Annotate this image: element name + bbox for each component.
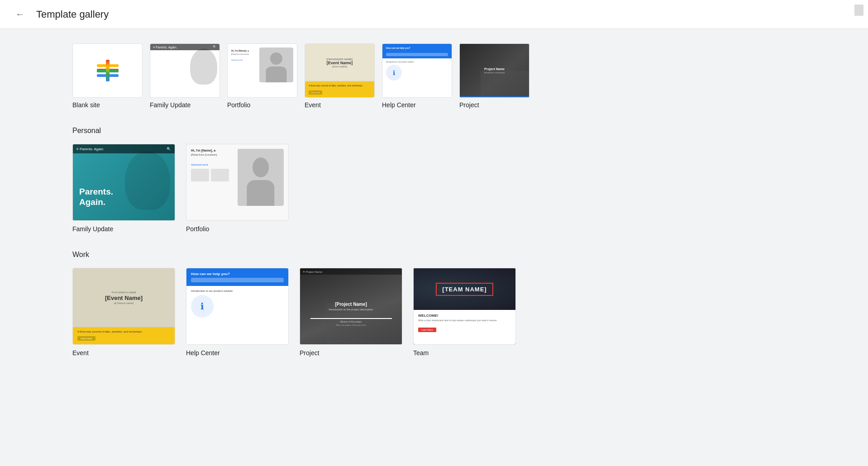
thumbnail-help-lg: How can we help you? Introduction to our… xyxy=(186,268,289,345)
thumbnail-portfolio-sm: Hi, I'm [Name], a [Role] from [Location]… xyxy=(227,43,297,98)
template-card-help-lg[interactable]: How can we help you? Introduction to our… xyxy=(186,268,289,357)
thumbnail-project-lg: ✦ Project Name [Project Name] Introducti… xyxy=(300,268,402,345)
header: ← Template gallery xyxy=(0,0,868,29)
template-card-family-lg[interactable]: ≡ Parents. Again. 🔍 Parents. Again. Fami… xyxy=(72,144,175,233)
section-title-personal: Personal xyxy=(72,127,796,135)
section-personal: Personal ≡ Parents. Again. 🔍 Parents. Ag… xyxy=(72,127,796,233)
card-label-event-sm: Event xyxy=(305,101,375,109)
thumbnail-event-lg: From [date] to [date] [Event Name] at [V… xyxy=(72,268,175,345)
main-content: Blank site ≡ Parents. Again. 🔍 Parents. … xyxy=(0,29,868,389)
card-label-event-lg: Event xyxy=(72,349,175,357)
section-work: Work From [date] to [date] [Event Name] … xyxy=(72,251,796,357)
card-label-team-lg: Team xyxy=(413,349,516,357)
template-card-help-sm[interactable]: How can we help you? Introduction to our… xyxy=(382,43,452,109)
card-label-family-sm: Family Update xyxy=(150,101,220,109)
template-card-event-sm[interactable]: [ORGANIZER NAME] [Event Name] [Event sub… xyxy=(305,43,375,109)
thumbnail-blank xyxy=(72,43,143,98)
card-label-portfolio-lg: Portfolio xyxy=(186,225,289,233)
thumbnail-help-sm: How can we help you? Introduction to our… xyxy=(382,43,452,98)
template-card-project-sm[interactable]: Project Name Introduction to the project… xyxy=(459,43,529,109)
thumbnail-event-sm: [ORGANIZER NAME] [Event Name] [Event sub… xyxy=(305,43,375,98)
template-card-event-lg[interactable]: From [date] to [date] [Event Name] at [V… xyxy=(72,268,175,357)
thumbnail-project-sm: Project Name Introduction to the project xyxy=(459,43,529,98)
plus-icon xyxy=(97,60,119,81)
thumbnail-portfolio-lg: Hi, I'm [Name], a [Role] from [Location]… xyxy=(186,144,289,221)
card-label-project-lg: Project xyxy=(300,349,402,357)
card-label-blank: Blank site xyxy=(72,101,143,109)
card-label-help-sm: Help Center xyxy=(382,101,452,109)
template-card-team-lg[interactable]: [TEAM NAME] WELCOME! Write a short intro… xyxy=(413,268,516,357)
family-hero-sm: Parents. Again. xyxy=(155,74,178,88)
family-nav: ≡ Parents. Again. 🔍 xyxy=(150,44,219,50)
thumbnail-family-sm: ≡ Parents. Again. 🔍 Parents. Again. xyxy=(150,43,220,98)
section-title-work: Work xyxy=(72,251,796,259)
back-button[interactable]: ← xyxy=(11,5,29,24)
card-label-help-lg: Help Center xyxy=(186,349,289,357)
thumbnail-family-lg: ≡ Parents. Again. 🔍 Parents. Again. xyxy=(72,144,175,221)
personal-cards-row: ≡ Parents. Again. 🔍 Parents. Again. Fami… xyxy=(72,144,796,233)
featured-row: Blank site ≡ Parents. Again. 🔍 Parents. … xyxy=(72,43,796,109)
template-card-blank[interactable]: Blank site xyxy=(72,43,143,109)
page-title: Template gallery xyxy=(36,9,109,20)
card-label-project-sm: Project xyxy=(459,101,529,109)
card-label-portfolio-sm: Portfolio xyxy=(227,101,297,109)
template-card-portfolio-sm[interactable]: Hi, I'm [Name], a [Role] from [Location]… xyxy=(227,43,297,109)
template-card-portfolio-lg[interactable]: Hi, I'm [Name], a [Role] from [Location]… xyxy=(186,144,289,233)
card-label-family-lg: Family Update xyxy=(72,225,175,233)
work-cards-row: From [date] to [date] [Event Name] at [V… xyxy=(72,268,796,357)
thumbnail-team-lg: [TEAM NAME] WELCOME! Write a short intro… xyxy=(413,268,516,345)
template-card-project-lg[interactable]: ✦ Project Name [Project Name] Introducti… xyxy=(300,268,402,357)
template-card-family-sm[interactable]: ≡ Parents. Again. 🔍 Parents. Again. Fami… xyxy=(150,43,220,109)
